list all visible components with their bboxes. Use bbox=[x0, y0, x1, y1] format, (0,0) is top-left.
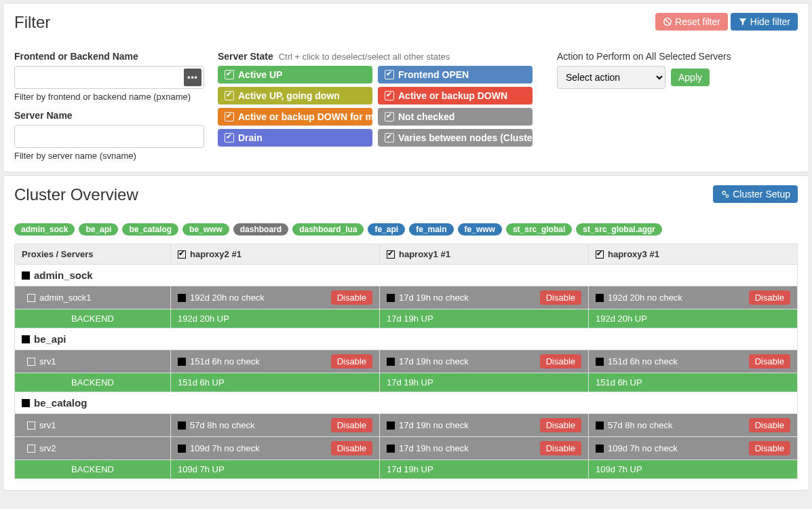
state-toggle[interactable]: Active UP, going down bbox=[218, 87, 372, 105]
disable-button[interactable]: Disable bbox=[540, 441, 581, 455]
overview-panel: Cluster Overview Cluster Setup admin_soc… bbox=[3, 175, 809, 491]
square-icon bbox=[178, 294, 186, 302]
square-icon bbox=[387, 445, 395, 453]
server-filter-hint: Filter by server name (svname) bbox=[14, 151, 204, 161]
server-checkbox[interactable] bbox=[27, 358, 35, 366]
proxy-tag[interactable]: fe_api bbox=[368, 223, 405, 235]
node-header: haproxy1 #1 bbox=[380, 244, 589, 265]
hide-filter-button[interactable]: Hide filter bbox=[731, 13, 798, 31]
filter-icon bbox=[738, 17, 748, 26]
square-icon bbox=[178, 358, 186, 366]
state-checkbox[interactable] bbox=[385, 91, 394, 100]
square-icon bbox=[387, 358, 395, 366]
disable-button[interactable]: Disable bbox=[540, 418, 581, 432]
square-icon bbox=[22, 271, 30, 280]
proxy-tag[interactable]: dashboard bbox=[233, 223, 288, 235]
proxy-tag[interactable]: dashboard_lua bbox=[292, 223, 364, 235]
filter-title: Filter bbox=[14, 13, 50, 32]
node-header: haproxy3 #1 bbox=[589, 244, 798, 265]
overview-title: Cluster Overview bbox=[14, 185, 138, 204]
state-toggle[interactable]: Varies between nodes (Cluster) bbox=[378, 129, 533, 147]
square-icon bbox=[596, 445, 604, 453]
name-filter-input[interactable] bbox=[14, 66, 204, 89]
cluster-table: Proxies / Servershaproxy2 #1haproxy1 #1h… bbox=[14, 244, 798, 479]
cogs-icon bbox=[720, 189, 730, 199]
col-proxies: Proxies / Servers bbox=[15, 244, 171, 265]
group-row: be_catalog bbox=[15, 392, 798, 414]
node-checkbox[interactable] bbox=[596, 250, 604, 259]
square-icon bbox=[596, 294, 604, 302]
svg-point-3 bbox=[726, 195, 729, 197]
apply-button[interactable]: Apply bbox=[671, 69, 710, 86]
disable-button[interactable]: Disable bbox=[540, 354, 581, 369]
group-row: be_api bbox=[15, 328, 798, 350]
server-filter-input[interactable] bbox=[14, 125, 204, 148]
name-filter-label: Frontend or Backend Name bbox=[14, 51, 204, 62]
square-icon bbox=[22, 399, 30, 407]
disable-button[interactable]: Disable bbox=[331, 290, 372, 305]
proxy-tag[interactable]: be_api bbox=[79, 223, 118, 235]
state-checkbox[interactable] bbox=[225, 91, 234, 100]
square-icon bbox=[596, 421, 604, 430]
server-row: srv1151d 6h no checkDisable17d 19h no ch… bbox=[15, 350, 798, 373]
disable-button[interactable]: Disable bbox=[540, 290, 581, 305]
proxy-tag[interactable]: be_www bbox=[182, 223, 229, 235]
server-filter-label: Server Name bbox=[14, 110, 204, 121]
proxy-tag[interactable]: admin_sock bbox=[14, 223, 75, 235]
ban-icon bbox=[663, 17, 672, 26]
action-select[interactable]: Select action bbox=[557, 66, 665, 89]
server-row: admin_sock1192d 20h no checkDisable17d 1… bbox=[15, 286, 798, 309]
state-toggle[interactable]: Frontend OPEN bbox=[378, 66, 533, 83]
square-icon bbox=[596, 358, 604, 366]
node-checkbox[interactable] bbox=[178, 250, 186, 259]
server-row: srv2109d 7h no checkDisable17d 19h no ch… bbox=[15, 437, 798, 460]
svg-point-2 bbox=[722, 191, 726, 195]
state-filter-label: Server State bbox=[218, 51, 273, 62]
state-checkbox[interactable] bbox=[385, 70, 394, 79]
state-toggle[interactable]: Active UP bbox=[218, 66, 372, 83]
name-filter-addon-icon[interactable]: ••• bbox=[184, 69, 201, 86]
disable-button[interactable]: Disable bbox=[331, 418, 372, 432]
square-icon bbox=[22, 335, 30, 343]
filter-panel: Filter Reset filter Hide filter Frontend… bbox=[3, 3, 809, 172]
proxy-tag[interactable]: fe_www bbox=[458, 223, 502, 235]
disable-button[interactable]: Disable bbox=[331, 441, 372, 455]
disable-button[interactable]: Disable bbox=[749, 354, 790, 369]
state-filter-help: Ctrl + click to deselect/select all othe… bbox=[279, 52, 450, 62]
state-checkbox[interactable] bbox=[225, 70, 234, 79]
square-icon bbox=[387, 421, 395, 430]
group-row: admin_sock bbox=[15, 265, 798, 286]
proxy-tag[interactable]: st_src_global bbox=[506, 223, 572, 235]
square-icon bbox=[178, 421, 186, 430]
name-filter-hint: Filter by frontend or backend name (pxna… bbox=[14, 92, 204, 102]
state-checkbox[interactable] bbox=[385, 112, 394, 121]
proxy-tag[interactable]: be_catalog bbox=[122, 223, 178, 235]
disable-button[interactable]: Disable bbox=[331, 354, 372, 369]
square-icon bbox=[387, 294, 395, 302]
state-toggle[interactable]: Active or backup DOWN bbox=[378, 87, 533, 105]
cluster-setup-button[interactable]: Cluster Setup bbox=[713, 185, 798, 203]
state-toggle[interactable]: Not checked bbox=[378, 108, 533, 126]
node-header: haproxy2 #1 bbox=[171, 244, 380, 265]
node-checkbox[interactable] bbox=[387, 250, 395, 259]
state-checkbox[interactable] bbox=[225, 112, 234, 121]
state-toggle[interactable]: Drain bbox=[218, 129, 372, 147]
backend-row: BACKEND192d 20h UP17d 19h UP192d 20h UP bbox=[15, 309, 798, 328]
state-checkbox[interactable] bbox=[225, 133, 234, 143]
server-checkbox[interactable] bbox=[27, 445, 35, 453]
reset-filter-button[interactable]: Reset filter bbox=[655, 13, 728, 31]
svg-line-1 bbox=[665, 19, 670, 24]
backend-row: BACKEND151d 6h UP17d 19h UP151d 6h UP bbox=[15, 373, 798, 392]
state-checkbox[interactable] bbox=[385, 133, 394, 143]
action-label: Action to Perform on All Selected Server… bbox=[557, 51, 760, 62]
state-toggle[interactable]: Active or backup DOWN for maintenance bbox=[218, 108, 372, 126]
server-row: srv157d 8h no checkDisable17d 19h no che… bbox=[15, 414, 798, 437]
proxy-tag[interactable]: st_src_global.aggr bbox=[576, 223, 662, 235]
proxy-tag[interactable]: fe_main bbox=[409, 223, 453, 235]
disable-button[interactable]: Disable bbox=[749, 441, 790, 455]
disable-button[interactable]: Disable bbox=[749, 290, 790, 305]
disable-button[interactable]: Disable bbox=[749, 418, 790, 432]
server-checkbox[interactable] bbox=[27, 294, 35, 302]
server-checkbox[interactable] bbox=[27, 421, 35, 430]
backend-row: BACKEND109d 7h UP17d 19h UP109d 7h UP bbox=[15, 460, 798, 479]
